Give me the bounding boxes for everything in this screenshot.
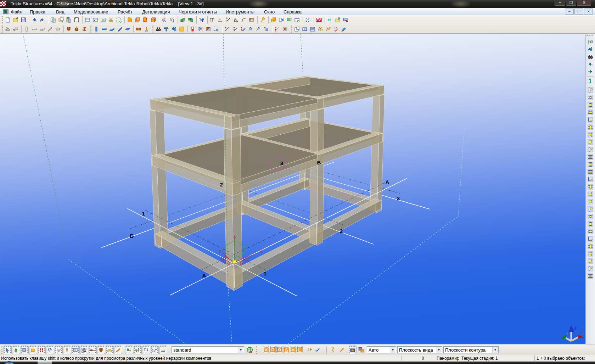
svg-text:Z: Z xyxy=(574,326,577,331)
svg-text:Б: Б xyxy=(317,159,321,166)
svg-text:А: А xyxy=(386,179,389,185)
svg-text:2: 2 xyxy=(220,181,223,187)
svg-text:1: 1 xyxy=(142,211,145,217)
svg-text:1: 1 xyxy=(264,270,266,276)
svg-text:Y: Y xyxy=(219,249,222,254)
svg-text:Б: Б xyxy=(130,233,134,239)
svg-text:3: 3 xyxy=(280,160,283,166)
svg-text:?: ? xyxy=(199,17,201,21)
svg-text:X: X xyxy=(581,331,584,335)
svg-text:3: 3 xyxy=(397,195,400,201)
svg-text:Y: Y xyxy=(566,331,569,335)
svg-text:2: 2 xyxy=(340,228,343,234)
svg-text:А: А xyxy=(202,273,206,279)
svg-text:X: X xyxy=(260,248,263,254)
